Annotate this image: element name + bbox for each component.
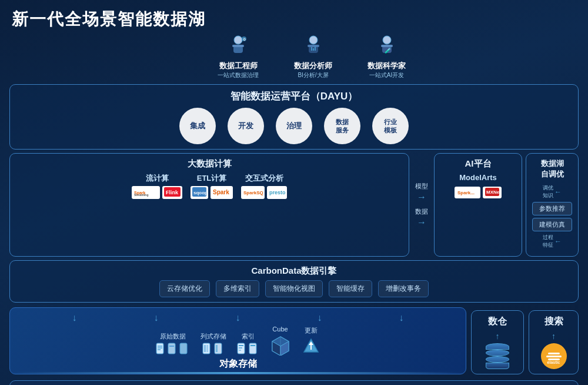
storage-item-cube: Cube [270, 326, 291, 356]
svg-text:Spark...: Spark... [457, 190, 475, 195]
persona-engineer-sub: 一站式数据治理 [218, 71, 259, 79]
ai-spark-logo: Spark... [455, 187, 480, 198]
ai-box: AI平台 ModelArts Spark... MXNet [434, 153, 522, 257]
svg-rect-10 [315, 47, 316, 51]
svg-text:SparkSQL: SparkSQL [243, 190, 263, 195]
svg-text:MXNet: MXNet [486, 190, 499, 195]
search-box: 搜索 ↑ elastic [529, 310, 579, 374]
elasticsearch-icon: elastic [541, 343, 567, 369]
svg-text:🧪: 🧪 [385, 47, 392, 54]
storage-item-cube-label: Cube [272, 326, 288, 333]
svg-rect-7 [308, 45, 319, 47]
datacenter-box: 数仓 ↑ [471, 310, 524, 374]
dayu-circle-4: 行业模板 [372, 108, 409, 144]
persona-scientist-sub: 一站式AI开发 [369, 71, 404, 79]
sqoop-logo: sqoop [191, 186, 208, 199]
carbondata-feature-2: 智能物化视图 [265, 280, 323, 297]
ai-title: AI平台 [442, 158, 514, 170]
dayu-circles: 集成 开发 治理 数据服务 行业模板 [19, 108, 569, 144]
persona-scientist: 🧪 数据科学家 一站式AI开发 [368, 34, 406, 79]
opt-item-1: 建模仿真 [532, 218, 572, 231]
bigdata-col-1-title: ETL计算 [197, 173, 227, 184]
self-opt-box: 数据湖自调优 调优知识 ← 参数推荐 建模仿真 过程特征 ← [526, 153, 579, 257]
persona-analyst-title: 数据分析师 [294, 61, 332, 71]
svg-text:sqoop: sqoop [193, 190, 206, 195]
carbondata-feature-4: 增删改事务 [378, 280, 429, 297]
carbondata-feature-0: 云存储优化 [159, 280, 210, 297]
compute-row: 多元算力 [9, 380, 579, 385]
svg-rect-35 [204, 345, 206, 352]
svg-rect-38 [216, 345, 218, 352]
persona-analyst-sub: BI分析/大屏 [298, 71, 328, 79]
storage-icons-row: 原始数据 列式存储 [22, 326, 454, 356]
bigdata-col-0-title: 流计算 [146, 173, 169, 184]
carbondata-feature-3: 智能缓存 [329, 280, 372, 297]
arrow-label-data: 数据 [415, 207, 428, 216]
storage-item-raw-label: 原始数据 [160, 332, 186, 341]
svg-rect-2 [232, 45, 244, 47]
carbondata-title: CarbonData数据引擎 [19, 265, 569, 277]
dayu-box: 智能数据运营平台（DAYU） 集成 开发 治理 数据服务 行业模板 [9, 84, 579, 150]
svg-point-11 [383, 36, 391, 44]
dayu-circle-3: 数据服务 [324, 108, 360, 144]
spark-logo: Spark [211, 186, 233, 199]
storage-item-columnar-label: 列式存储 [201, 332, 226, 341]
opt-item-0: 参数推荐 [532, 202, 572, 215]
spark-streaming-logo: Spark Streaming [132, 186, 160, 199]
sparksql-logo: SparkSQL [241, 186, 265, 199]
opt-arrow-2: ← [554, 237, 562, 245]
main-title: 新一代全场景智能数据湖 [0, 0, 588, 34]
storage-item-index: 索引 [237, 332, 259, 356]
svg-point-5 [309, 36, 318, 44]
persona-scientist-title: 数据科学家 [368, 61, 406, 71]
storage-item-update-label: 更新 [305, 326, 318, 335]
storage-item-columnar: 列式存储 [201, 332, 226, 356]
storage-item-index-label: 索引 [242, 332, 255, 341]
persona-engineer: ⚙ 数据工程师 一站式数据治理 [218, 34, 259, 79]
arrow-right-data: → [417, 217, 426, 228]
svg-text:⚙: ⚙ [243, 38, 246, 41]
svg-rect-39 [238, 343, 245, 354]
bigdata-title: 大数据计算 [17, 158, 402, 170]
svg-rect-9 [313, 48, 314, 51]
svg-rect-37 [215, 343, 222, 354]
object-storage-title: 对象存储 [22, 358, 454, 370]
ai-mxnet-logo: MXNet [483, 187, 502, 198]
datacenter-icon [486, 343, 509, 369]
svg-rect-27 [156, 343, 163, 354]
opt-label-process: 过程特征 [543, 234, 553, 249]
svg-rect-13 [381, 45, 393, 47]
dayu-circle-1: 开发 [228, 108, 264, 144]
svg-rect-43 [249, 343, 256, 354]
opt-label-tuning: 调优知识 [543, 184, 553, 200]
persona-engineer-title: 数据工程师 [219, 61, 258, 71]
arrow-label-model: 模型 [415, 182, 428, 191]
self-opt-title: 数据湖自调优 [541, 158, 564, 180]
flink-logo: Flink [162, 186, 182, 199]
svg-rect-31 [168, 343, 175, 354]
datacenter-title: 数仓 [488, 316, 507, 328]
opt-arrow-1: ← [554, 188, 562, 196]
bigdata-box: 大数据计算 流计算 Spark Streaming [9, 153, 409, 257]
carbondata-box: CarbonData数据引擎 云存储优化 多维索引 智能物化视图 智能缓存 增删… [9, 260, 579, 303]
dayu-title: 智能数据运营平台（DAYU） [19, 89, 569, 103]
presto-logo: presto [267, 186, 287, 199]
arrow-area: 模型 → 数据 → [413, 153, 430, 257]
svg-rect-33 [180, 343, 187, 354]
svg-rect-8 [311, 47, 312, 51]
svg-text:Flink: Flink [166, 190, 179, 195]
storage-item-raw: 原始数据 [156, 332, 190, 356]
carbondata-features: 云存储优化 多维索引 智能物化视图 智能缓存 增删改事务 [19, 280, 569, 297]
search-title: 搜索 [544, 316, 563, 328]
personas-row: ⚙ 数据工程师 一站式数据治理 数据分析师 BI分析/大屏 [9, 34, 579, 79]
carbondata-feature-1: 多维索引 [216, 280, 259, 297]
svg-text:presto: presto [269, 190, 285, 195]
svg-text:Spark: Spark [213, 189, 229, 195]
storage-item-update: 更新 [302, 326, 320, 356]
svg-text:Streaming: Streaming [134, 193, 148, 197]
svg-point-0 [234, 36, 242, 44]
dayu-circle-2: 治理 [276, 108, 312, 144]
arrow-right-model: → [417, 192, 426, 203]
modelarts-label: ModelArts [459, 173, 497, 182]
object-storage-area: ↓ ↓ ↓ ↓ ↓ 原始数据 [9, 307, 466, 374]
